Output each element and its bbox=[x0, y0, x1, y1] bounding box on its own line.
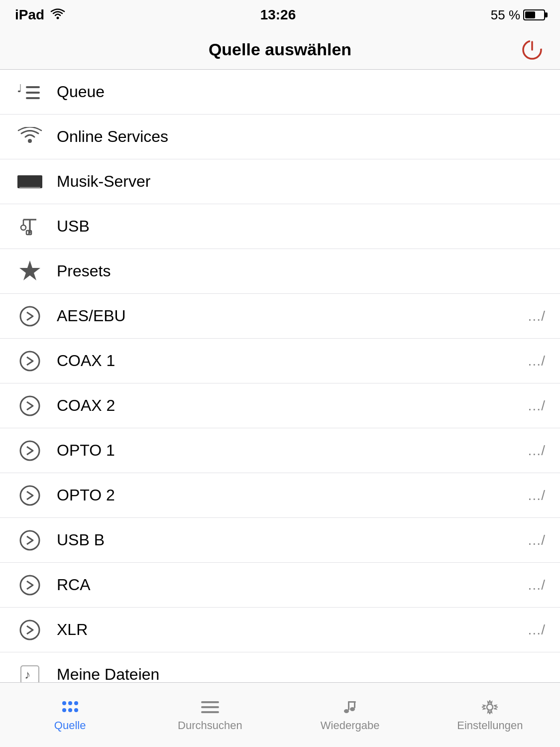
opto2-icon bbox=[15, 485, 45, 506]
queue-icon: ♩ bbox=[15, 82, 45, 102]
tab-wiedergabe-icon bbox=[339, 698, 361, 716]
list-item-musik-server[interactable]: Musik-Server bbox=[0, 159, 560, 204]
list-item-usb-b[interactable]: USB B …/ bbox=[0, 518, 560, 563]
tab-einstellungen[interactable]: Einstellungen bbox=[420, 683, 560, 747]
status-left: iPad bbox=[15, 7, 65, 23]
svg-point-19 bbox=[20, 352, 39, 371]
status-right: 55 % bbox=[491, 7, 545, 23]
usb-b-icon bbox=[15, 529, 45, 551]
aes-ebu-suffix: …/ bbox=[527, 308, 545, 324]
svg-point-24 bbox=[20, 576, 39, 595]
status-time: 13:26 bbox=[260, 7, 296, 23]
rca-label: RCA bbox=[57, 576, 519, 594]
list-item-usb[interactable]: USB bbox=[0, 204, 560, 249]
svg-point-22 bbox=[20, 486, 39, 505]
svg-point-41 bbox=[350, 707, 355, 711]
svg-point-18 bbox=[20, 307, 39, 326]
svg-point-25 bbox=[20, 621, 39, 639]
musik-server-icon bbox=[15, 173, 45, 190]
list-item-opto1[interactable]: OPTO 1 …/ bbox=[0, 428, 560, 473]
xlr-label: XLR bbox=[57, 621, 519, 639]
svg-text:♪: ♪ bbox=[24, 668, 30, 681]
aes-ebu-icon bbox=[15, 305, 45, 327]
musik-server-label: Musik-Server bbox=[57, 172, 545, 191]
tab-durchsuchen[interactable]: Durchsuchen bbox=[140, 683, 280, 747]
usb-b-suffix: …/ bbox=[527, 532, 545, 548]
tab-bar: Quelle Durchsuchen Wiedergabe bbox=[0, 682, 560, 747]
list-item-opto2[interactable]: OPTO 2 …/ bbox=[0, 473, 560, 518]
svg-point-32 bbox=[68, 708, 72, 712]
svg-rect-38 bbox=[354, 701, 355, 708]
svg-point-0 bbox=[57, 17, 59, 19]
power-icon bbox=[521, 39, 543, 61]
svg-marker-17 bbox=[19, 260, 40, 280]
tab-quelle-label: Quelle bbox=[54, 719, 86, 732]
opto1-suffix: …/ bbox=[527, 443, 545, 459]
online-services-label: Online Services bbox=[57, 127, 545, 146]
xlr-icon bbox=[15, 619, 45, 641]
opto1-label: OPTO 1 bbox=[57, 441, 519, 460]
battery-indicator: 55 % bbox=[491, 7, 545, 23]
power-button[interactable] bbox=[519, 37, 545, 63]
svg-point-42 bbox=[487, 704, 493, 710]
svg-point-33 bbox=[74, 708, 78, 712]
nav-title: Quelle auswählen bbox=[209, 40, 351, 59]
presets-label: Presets bbox=[57, 262, 545, 280]
tab-durchsuchen-label: Durchsuchen bbox=[178, 719, 242, 732]
opto2-suffix: …/ bbox=[527, 488, 545, 503]
svg-rect-39 bbox=[348, 701, 349, 710]
list-item-aes-ebu[interactable]: AES/EBU …/ bbox=[0, 294, 560, 339]
opto2-label: OPTO 2 bbox=[57, 486, 519, 504]
coax1-suffix: …/ bbox=[527, 353, 545, 369]
svg-rect-34 bbox=[201, 701, 219, 703]
coax2-icon bbox=[15, 395, 45, 417]
svg-rect-6 bbox=[26, 97, 40, 99]
svg-point-29 bbox=[68, 701, 72, 705]
tab-wiedergabe-label: Wiedergabe bbox=[321, 719, 380, 732]
svg-rect-4 bbox=[26, 86, 40, 88]
rca-suffix: …/ bbox=[527, 577, 545, 593]
usb-label: USB bbox=[57, 217, 545, 236]
list-item-rca[interactable]: RCA …/ bbox=[0, 563, 560, 608]
list-item-queue[interactable]: ♩ Queue bbox=[0, 70, 560, 115]
xlr-suffix: …/ bbox=[527, 622, 545, 638]
coax2-suffix: …/ bbox=[527, 398, 545, 414]
svg-point-21 bbox=[20, 441, 39, 460]
list-item-xlr[interactable]: XLR …/ bbox=[0, 608, 560, 652]
svg-rect-5 bbox=[26, 92, 40, 94]
usb-b-label: USB B bbox=[57, 531, 519, 549]
coax2-label: COAX 2 bbox=[57, 396, 519, 415]
tab-quelle[interactable]: Quelle bbox=[0, 683, 140, 747]
list-item-online-services[interactable]: Online Services bbox=[0, 115, 560, 159]
meine-dateien-label: Meine Dateien bbox=[57, 665, 545, 684]
list-item-coax2[interactable]: COAX 2 …/ bbox=[0, 383, 560, 428]
online-services-icon bbox=[15, 127, 45, 147]
svg-point-20 bbox=[20, 396, 39, 415]
queue-label: Queue bbox=[57, 83, 545, 101]
svg-point-40 bbox=[344, 709, 349, 713]
svg-point-28 bbox=[62, 701, 66, 705]
usb-icon bbox=[15, 217, 45, 237]
wifi-status-icon bbox=[50, 7, 65, 23]
aes-ebu-label: AES/EBU bbox=[57, 307, 519, 325]
list-container: ♩ Queue Online Services bbox=[0, 70, 560, 697]
opto1-icon bbox=[15, 440, 45, 462]
svg-point-23 bbox=[20, 531, 39, 550]
coax1-label: COAX 1 bbox=[57, 352, 519, 370]
coax1-icon bbox=[15, 350, 45, 372]
battery-fill bbox=[525, 11, 535, 18]
battery-bar bbox=[523, 9, 545, 20]
list-item-coax1[interactable]: COAX 1 …/ bbox=[0, 339, 560, 383]
list-item-presets[interactable]: Presets bbox=[0, 249, 560, 294]
status-bar: iPad 13:26 55 % bbox=[0, 0, 560, 30]
presets-icon bbox=[15, 258, 45, 284]
page-content: ♩ Queue Online Services bbox=[0, 70, 560, 747]
svg-text:♩: ♩ bbox=[17, 82, 22, 95]
tab-quelle-icon bbox=[59, 698, 81, 716]
tab-durchsuchen-icon bbox=[199, 698, 221, 716]
svg-point-7 bbox=[28, 139, 32, 143]
nav-bar: Quelle auswählen bbox=[0, 30, 560, 70]
svg-rect-35 bbox=[201, 706, 219, 708]
tab-einstellungen-icon bbox=[479, 698, 501, 716]
tab-wiedergabe[interactable]: Wiedergabe bbox=[280, 683, 420, 747]
